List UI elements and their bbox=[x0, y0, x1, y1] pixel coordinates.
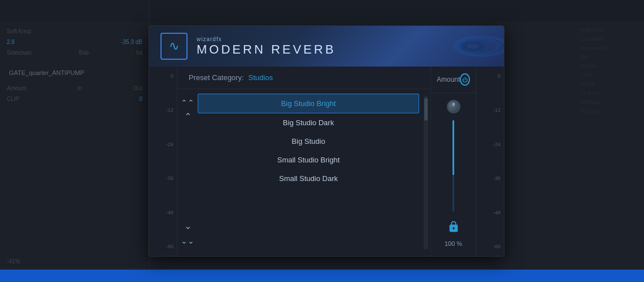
plugin-name: MODERN REVERB bbox=[197, 42, 336, 57]
meter-right-60: -60 bbox=[480, 244, 501, 249]
right-labels-area: High Pass Low Pass Resonance Out In Gain… bbox=[576, 23, 644, 259]
preset-item-3[interactable]: Small Studio Bright bbox=[198, 151, 419, 169]
preset-category-bar: Preset Category: Studios bbox=[177, 67, 430, 89]
lock-icon[interactable] bbox=[447, 221, 460, 236]
out-bg-label: Out bbox=[133, 85, 142, 91]
in-bg-label: In bbox=[77, 85, 82, 91]
category-value[interactable]: Studios bbox=[249, 73, 273, 82]
meter-right-36: -36 bbox=[480, 175, 501, 181]
plugin-logo-icon: ∿ bbox=[169, 40, 179, 52]
amount-panel: Amount ⏻ 100 % bbox=[430, 67, 476, 256]
preset-list-container: ⌃⌃ ⌃ ⌄ ⌄⌄ Big Studio Bright Big Studio D… bbox=[177, 89, 430, 256]
preset-item-1[interactable]: Big Studio Dark bbox=[198, 113, 419, 132]
preset-scrollbar[interactable] bbox=[424, 96, 428, 249]
single-down-arrow[interactable]: ⌄ bbox=[184, 219, 192, 233]
plugin-brand: wizardFX bbox=[197, 36, 336, 42]
meter-right-48: -48 bbox=[480, 210, 501, 215]
right-meter-strip: 0 -12 -24 -36 -48 -60 bbox=[476, 67, 504, 256]
sidechain-label: Sidechain bbox=[7, 50, 32, 56]
preset-list: Big Studio Bright Big Studio Dark Big St… bbox=[198, 94, 424, 252]
double-up-arrow[interactable]: ⌃⌃ bbox=[181, 98, 194, 108]
resonance-label: Resonance bbox=[581, 45, 639, 51]
daw-left-panel: Soft Knoz 2.8 -35.3 dB Sidechain Bxb Int… bbox=[0, 0, 150, 282]
out-r-label: Out bbox=[581, 54, 639, 60]
right-meter-labels: 0 -12 -24 -36 -48 -60 bbox=[476, 71, 504, 252]
plugin-logo-box: ∿ bbox=[160, 33, 188, 60]
amount-label: Amount bbox=[437, 76, 460, 83]
left-meter-labels: 0 -12 -24 -36 -48 -60 bbox=[149, 71, 177, 252]
attack-label: Attack bbox=[581, 81, 639, 87]
atk-val-label: 15.0 ms bbox=[581, 90, 639, 96]
int-label: Int bbox=[136, 50, 142, 56]
category-label: Preset Category: bbox=[189, 73, 244, 82]
preset-item-2[interactable]: Big Studio bbox=[198, 132, 419, 151]
scrollbar-thumb[interactable] bbox=[424, 98, 428, 121]
preset-item-4[interactable]: Small Studio Dark bbox=[198, 169, 419, 188]
left-meter-strip: 0 -12 -24 -36 -48 -60 bbox=[149, 67, 177, 256]
pct-bg-label: -41% bbox=[7, 258, 20, 265]
meter-right-12: -12 bbox=[480, 107, 501, 113]
daw-val-1: 2.8 bbox=[7, 39, 15, 45]
amount-knob[interactable] bbox=[447, 100, 460, 113]
gate-label: GATE_quarter_ANTIPUMP bbox=[7, 67, 86, 78]
meter-left-12: -12 bbox=[153, 107, 173, 113]
amount-slider-track[interactable] bbox=[452, 120, 454, 211]
clip-bg-val: 0 bbox=[139, 96, 142, 102]
high-pass-label: High Pass bbox=[581, 27, 639, 33]
bxb-label: Bxb bbox=[79, 50, 89, 56]
preset-item-0[interactable]: Big Studio Bright bbox=[198, 94, 419, 113]
double-down-arrow[interactable]: ⌄⌄ bbox=[181, 235, 194, 247]
meter-left-36: -36 bbox=[153, 175, 173, 181]
plugin-header: ∿ wizardFX MODERN REVERB bbox=[149, 26, 504, 67]
soft-knob-label: Soft Knoz bbox=[7, 28, 31, 34]
power-button[interactable]: ⏻ bbox=[460, 73, 470, 86]
low-pass-label: Low Pass bbox=[581, 36, 639, 42]
meter-left-48: -48 bbox=[153, 210, 173, 215]
power-icon: ⏻ bbox=[462, 77, 468, 83]
in-gain-label: In Gain bbox=[581, 63, 639, 69]
daw-bottom-bar bbox=[0, 270, 644, 282]
rel-val-label: 30.0 ms bbox=[581, 108, 639, 114]
plugin-body: 0 -12 -24 -36 -48 -60 Preset Category: S… bbox=[149, 67, 504, 256]
plugin-window: ∿ wizardFX MODERN REVERB 0 -12 -24 -36 -… bbox=[149, 25, 504, 257]
time-label: Time bbox=[581, 72, 639, 78]
single-up-arrow[interactable]: ⌃ bbox=[184, 110, 192, 124]
plugin-title-area: wizardFX MODERN REVERB bbox=[197, 36, 336, 57]
meter-left-60: -60 bbox=[153, 244, 173, 249]
amount-value-label: 100 % bbox=[445, 240, 462, 247]
clip-bg-label: CLIP bbox=[7, 96, 19, 102]
meter-right-24: -24 bbox=[480, 142, 501, 147]
preset-panel: Preset Category: Studios ⌃⌃ ⌃ ⌄ ⌄⌄ Big S… bbox=[177, 67, 430, 256]
nav-arrows: ⌃⌃ ⌃ ⌄ ⌄⌄ bbox=[177, 94, 198, 252]
meter-left-0: 0 bbox=[153, 73, 173, 79]
amount-knob-area: 100 % bbox=[431, 93, 476, 256]
amount-bg-label: Amount bbox=[7, 85, 26, 91]
amount-header: Amount ⏻ bbox=[431, 67, 476, 93]
meter-left-24: -24 bbox=[153, 142, 173, 147]
release-label: Release bbox=[581, 99, 639, 105]
meter-right-0: 0 bbox=[480, 73, 501, 79]
daw-val-2: -35.3 dB bbox=[121, 39, 142, 45]
